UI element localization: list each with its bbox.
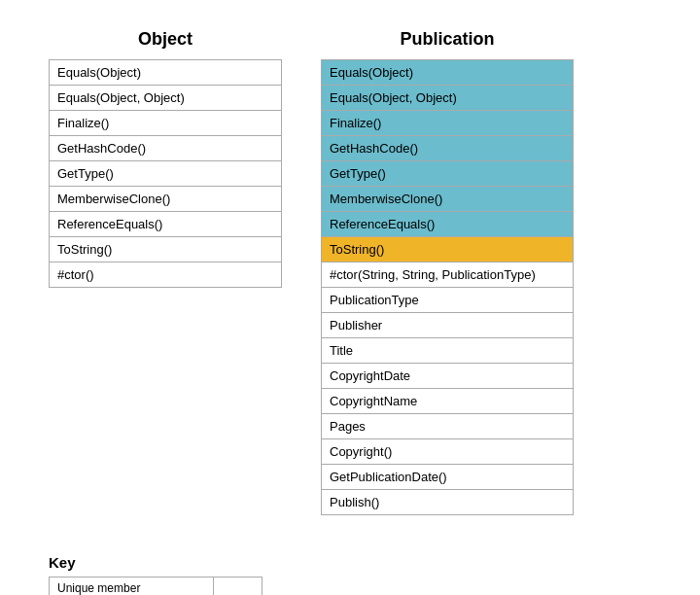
table-row: Title [322,338,574,364]
key-swatch [214,578,262,596]
cell-label: #ctor() [50,262,282,288]
cell-label: Equals(Object, Object) [50,86,282,111]
table-row: Publisher [322,313,574,338]
cell-label: CopyrightName [322,389,574,414]
table-row: Publish() [322,490,574,515]
table-row: ToString() [322,237,574,262]
table-row: ReferenceEquals() [322,212,574,237]
table-row: Equals(Object, Object) [50,86,282,111]
table-row: CopyrightDate [322,364,574,389]
cell-label: GetType() [322,161,574,187]
cell-label: Finalize() [50,111,282,136]
cell-label: Title [322,338,574,364]
key-section: Key Unique memberInherited memberOverrid… [19,554,681,595]
cell-label: Equals(Object, Object) [322,86,574,111]
table-row: ToString() [50,237,282,262]
publication-column: Publication Equals(Object)Equals(Object,… [321,29,574,515]
table-row: Equals(Object) [322,60,574,86]
key-title: Key [49,554,262,571]
cell-label: GetPublicationDate() [322,465,574,490]
publication-title: Publication [400,29,494,50]
table-row: #ctor(String, String, PublicationType) [322,262,574,288]
cell-label: ToString() [50,237,282,262]
cell-label: MemberwiseClone() [322,187,574,212]
cell-label: ReferenceEquals() [50,212,282,237]
cell-label: GetType() [50,161,282,187]
object-table: Equals(Object)Equals(Object, Object)Fina… [49,59,282,288]
table-row: GetHashCode() [50,136,282,161]
table-row: GetType() [50,161,282,187]
table-row: Finalize() [322,111,574,136]
cell-label: #ctor(String, String, PublicationType) [322,262,574,288]
publication-table: Equals(Object)Equals(Object, Object)Fina… [321,59,574,515]
table-row: CopyrightName [322,389,574,414]
table-row: ReferenceEquals() [50,212,282,237]
cell-label: Pages [322,414,574,439]
cell-label: Publish() [322,490,574,515]
key-row: Unique member [50,578,262,596]
cell-label: GetHashCode() [50,136,282,161]
table-row: Pages [322,414,574,439]
object-column: Object Equals(Object)Equals(Object, Obje… [49,29,282,515]
table-row: PublicationType [322,288,574,313]
table-row: GetType() [322,161,574,187]
key-label: Unique member [50,578,214,596]
table-row: Copyright() [322,439,574,465]
cell-label: ReferenceEquals() [322,212,574,237]
table-row: MemberwiseClone() [50,187,282,212]
cell-label: CopyrightDate [322,364,574,389]
cell-label: ToString() [322,237,574,262]
cell-label: Finalize() [322,111,574,136]
cell-label: GetHashCode() [322,136,574,161]
cell-label: Copyright() [322,439,574,465]
table-row: GetPublicationDate() [322,465,574,490]
table-row: Equals(Object) [50,60,282,86]
object-title: Object [138,29,192,50]
key-table: Unique memberInherited memberOverridden … [49,577,262,595]
table-row: Equals(Object, Object) [322,86,574,111]
key-box: Key Unique memberInherited memberOverrid… [49,554,262,595]
table-row: Finalize() [50,111,282,136]
cell-label: MemberwiseClone() [50,187,282,212]
cell-label: PublicationType [322,288,574,313]
cell-label: Equals(Object) [50,60,282,86]
cell-label: Publisher [322,313,574,338]
cell-label: Equals(Object) [322,60,574,86]
table-row: MemberwiseClone() [322,187,574,212]
table-row: #ctor() [50,262,282,288]
table-row: GetHashCode() [322,136,574,161]
